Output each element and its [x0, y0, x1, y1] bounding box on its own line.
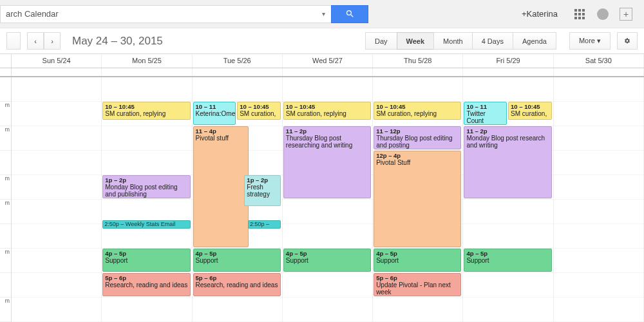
settings-button[interactable]	[617, 32, 638, 50]
event-tue-research[interactable]: 5p – 6pResearch, reading and ideas	[193, 273, 281, 296]
event-wed-sm[interactable]: 10 – 10:45SM curation, replying	[283, 102, 371, 120]
col-sun[interactable]	[12, 77, 102, 322]
event-thu-update[interactable]: 5p – 6pUpdate Pivotal - Plan next week	[374, 273, 461, 296]
col-wed[interactable]: 10 – 10:45SM curation, replying 11 – 2pT…	[283, 77, 373, 322]
event-tue-support[interactable]: 4p – 5pSupport	[193, 249, 281, 272]
apps-icon[interactable]	[573, 8, 586, 21]
col-sat[interactable]	[554, 77, 644, 322]
share-icon[interactable]: +	[620, 8, 632, 21]
day-headers: Sun 5/24 Mon 5/25 Tue 5/26 Wed 5/27 Thu …	[0, 54, 644, 68]
event-thu-pivotal[interactable]: 12p – 4pPivotal Stuff	[374, 151, 461, 247]
day-head-thu[interactable]: Thu 5/28	[373, 54, 463, 68]
event-fri-sm[interactable]: 10 – 10:45SM curation,	[508, 102, 552, 120]
calendar-grid: mmmmmm 10 – 10:45SM curation, replying 1…	[0, 77, 644, 322]
event-tue-keterina[interactable]: 10 – 11Keterina:Ome	[193, 102, 236, 125]
search-dropdown[interactable]: ▾	[316, 5, 331, 23]
day-head-sun[interactable]: Sun 5/24	[12, 54, 102, 68]
time-gutter: mmmmmm	[0, 77, 12, 322]
tab-agenda[interactable]: Agenda	[513, 32, 556, 50]
col-tue[interactable]: 10 – 11Keterina:Ome 10 – 10:45SM curatio…	[193, 77, 283, 322]
tab-month[interactable]: Month	[433, 32, 473, 50]
event-tue-pivotal[interactable]: 11 – 4pPivotal stuff	[193, 126, 249, 247]
event-fri-blog[interactable]: 11 – 2pMonday Blog post research and wri…	[464, 126, 551, 198]
today-button[interactable]	[6, 32, 21, 50]
event-wed-support[interactable]: 4p – 5pSupport	[283, 249, 371, 272]
view-tabs: Day Week Month 4 Days Agenda	[366, 32, 556, 50]
event-mon-sm[interactable]: 10 – 10:45SM curation, replying	[102, 102, 190, 120]
date-range: May 24 – 30, 2015	[72, 35, 163, 48]
event-thu-support[interactable]: 4p – 5pSupport	[374, 249, 461, 272]
event-tue-week[interactable]: 2:50p – Week	[248, 220, 281, 229]
event-tue-sm[interactable]: 10 – 10:45SM curation,	[237, 102, 281, 120]
nav-bar: ‹ › May 24 – 30, 2015 Day Week Month 4 D…	[0, 28, 644, 54]
event-mon-research[interactable]: 5p – 6pResearch, reading and ideas	[102, 273, 190, 296]
event-mon-blog[interactable]: 1p – 2pMonday Blog post editing and publ…	[102, 175, 190, 198]
day-head-fri[interactable]: Fri 5/29	[463, 54, 553, 68]
col-thu[interactable]: 10 – 10:45SM curation, replying 11 – 12p…	[373, 77, 463, 322]
prev-button[interactable]: ‹	[27, 32, 44, 50]
day-head-mon[interactable]: Mon 5/25	[102, 54, 192, 68]
gear-icon	[624, 36, 630, 46]
top-bar: ▾ +Katerina +	[0, 0, 644, 28]
tab-day[interactable]: Day	[365, 32, 397, 50]
tab-week[interactable]: Week	[397, 32, 435, 50]
day-head-tue[interactable]: Tue 5/26	[193, 54, 283, 68]
event-thu-sm[interactable]: 10 – 10:45SM curation, replying	[374, 102, 461, 120]
event-fri-twitter[interactable]: 10 – 11Twitter Count	[464, 102, 507, 125]
user-link[interactable]: +Katerina	[522, 9, 558, 19]
day-head-sat[interactable]: Sat 5/30	[554, 54, 644, 68]
next-button[interactable]: ›	[44, 32, 61, 50]
more-button[interactable]: More ▾	[569, 32, 611, 50]
col-fri[interactable]: 10 – 11Twitter Count 10 – 10:45SM curati…	[463, 77, 553, 322]
event-wed-blog[interactable]: 11 – 2pThursday Blog post researching an…	[283, 126, 371, 198]
event-tue-fresh[interactable]: 1p – 2pFresh strategy	[244, 175, 281, 206]
search-icon	[345, 9, 355, 19]
event-mon-stats[interactable]: 2:50p – Weekly Stats Email	[102, 220, 190, 229]
tab-4days[interactable]: 4 Days	[472, 32, 513, 50]
col-mon[interactable]: 10 – 10:45SM curation, replying 1p – 2pM…	[102, 77, 192, 322]
notifications-icon[interactable]	[596, 8, 609, 21]
day-head-wed[interactable]: Wed 5/27	[283, 54, 373, 68]
allday-row	[0, 68, 644, 77]
event-thu-edit[interactable]: 11 – 12pThursday Blog post editing and p…	[374, 126, 461, 149]
search-input[interactable]	[0, 5, 316, 23]
nav-arrows: ‹ ›	[27, 32, 61, 50]
search-button[interactable]	[331, 5, 368, 23]
event-fri-support[interactable]: 4p – 5pSupport	[464, 249, 551, 272]
search-wrap: ▾	[0, 5, 368, 23]
event-mon-support[interactable]: 4p – 5pSupport	[102, 249, 190, 272]
